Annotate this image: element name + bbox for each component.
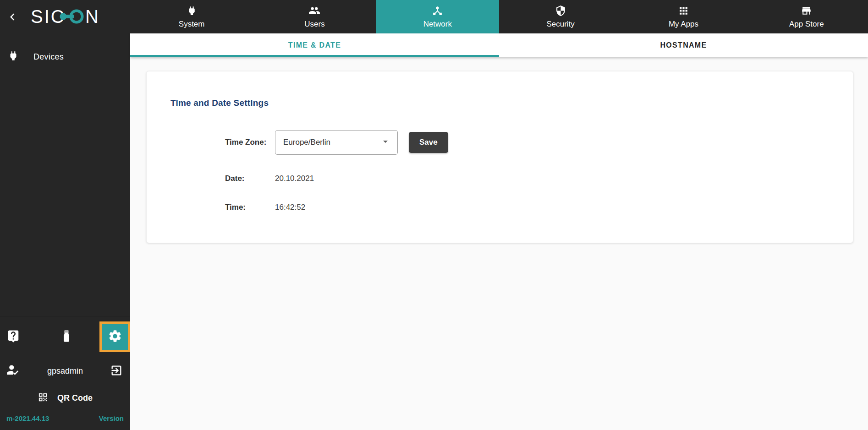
version-label: Version — [99, 414, 124, 422]
version-row: m-2021.44.13 Version — [0, 411, 130, 430]
tab-app-store[interactable]: App Store — [745, 0, 868, 33]
qr-code-button[interactable]: QR Code — [0, 385, 130, 411]
users-icon — [308, 5, 320, 18]
time-label: Time: — [225, 203, 275, 212]
time-date-card: Time and Date Settings Time Zone: Europe… — [146, 71, 853, 243]
shield-icon — [555, 5, 566, 18]
usb-stick-icon — [60, 329, 73, 344]
usb-button[interactable] — [60, 329, 73, 344]
timezone-select[interactable]: Europe/Berlin — [275, 130, 398, 155]
tab-time-date[interactable]: TIME & DATE — [130, 33, 499, 57]
tab-security[interactable]: Security — [499, 0, 622, 33]
tab-users[interactable]: Users — [253, 0, 376, 33]
devices-label: Devices — [33, 52, 64, 62]
date-label: Date: — [225, 174, 275, 183]
help-icon — [6, 329, 20, 344]
tab-label: Network — [423, 20, 452, 29]
sidebar-spacer — [0, 68, 130, 316]
top-navigation: System Users Network Security — [130, 0, 868, 33]
time-date-form: Time Zone: Europe/Berlin Save Date: 20.1… — [225, 130, 853, 212]
chevron-down-icon — [380, 136, 391, 149]
tab-my-apps[interactable]: My Apps — [622, 0, 745, 33]
settings-button[interactable] — [99, 321, 130, 352]
tab-system[interactable]: System — [130, 0, 253, 33]
tab-network[interactable]: Network — [376, 0, 499, 33]
date-row: Date: 20.10.2021 — [225, 174, 853, 183]
sidebar-header: SIC N — [0, 0, 130, 33]
store-icon — [801, 5, 812, 18]
sidebar-item-devices[interactable]: Devices — [0, 45, 130, 68]
sidebar-tool-row — [0, 316, 130, 357]
back-button[interactable] — [4, 8, 21, 27]
app-root: SIC N Devices — [0, 0, 868, 430]
time-value: 16:42:52 — [275, 203, 305, 212]
sidebar-bottom: gpsadmin — [0, 316, 130, 430]
logout-button[interactable] — [110, 364, 123, 378]
tab-hostname[interactable]: HOSTNAME — [499, 33, 868, 57]
tab-label: App Store — [789, 20, 824, 29]
plug-icon — [186, 5, 198, 18]
tab-label: Security — [546, 20, 574, 29]
main-column: System Users Network Security — [130, 0, 868, 430]
card-title: Time and Date Settings — [170, 98, 853, 108]
content-area: Time and Date Settings Time Zone: Europe… — [130, 57, 868, 430]
exit-icon — [110, 364, 123, 378]
grid-icon — [678, 5, 689, 18]
time-row: Time: 16:42:52 — [225, 203, 853, 212]
timezone-label: Time Zone: — [225, 138, 275, 147]
tab-label: System — [179, 20, 205, 29]
gear-icon — [108, 329, 122, 345]
user-row: gpsadmin — [0, 357, 130, 385]
user-check-icon — [6, 363, 20, 379]
sub-tab-bar: TIME & DATE HOSTNAME — [130, 33, 868, 57]
tab-label: My Apps — [669, 20, 698, 29]
sicon-logo: SIC N — [31, 6, 108, 29]
username: gpsadmin — [20, 366, 110, 376]
network-icon — [432, 5, 443, 18]
svg-text:N: N — [85, 6, 99, 27]
qr-code-icon — [38, 392, 48, 404]
chevron-left-icon — [5, 10, 19, 25]
timezone-value: Europe/Berlin — [283, 138, 330, 147]
date-value: 20.10.2021 — [275, 174, 314, 183]
sidebar: SIC N Devices — [0, 0, 130, 430]
save-button[interactable]: Save — [409, 132, 448, 153]
plug-icon — [7, 50, 19, 64]
tab-label: Users — [304, 20, 324, 29]
version-value: m-2021.44.13 — [6, 414, 49, 422]
timezone-row: Time Zone: Europe/Berlin Save — [225, 130, 853, 155]
qr-code-label: QR Code — [57, 393, 93, 403]
help-button[interactable] — [6, 329, 20, 344]
